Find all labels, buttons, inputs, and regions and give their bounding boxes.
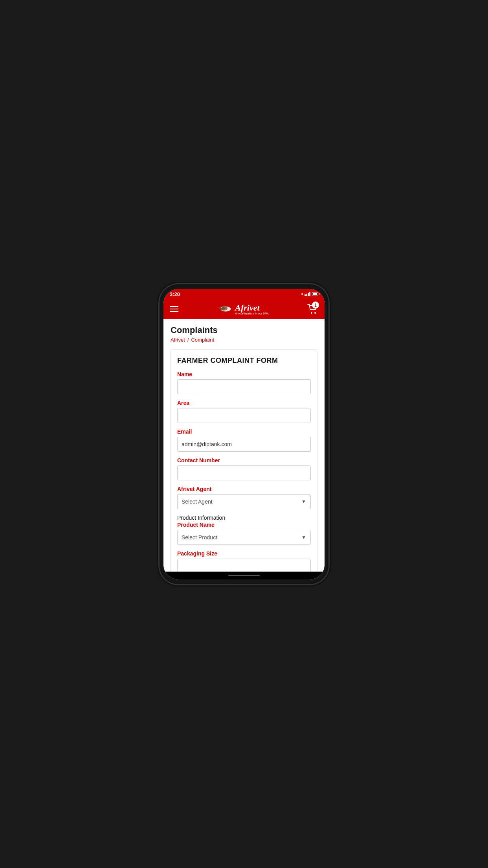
breadcrumb-current[interactable]: Complaint	[191, 337, 214, 343]
complaint-form: FARMER COMPLAINT FORM Name Area Email	[171, 349, 317, 572]
status-icons	[301, 292, 318, 296]
cart-button[interactable]: 1	[307, 304, 318, 314]
packaging-field-group: Packaging Size	[177, 550, 311, 572]
area-label: Area	[177, 400, 311, 406]
svg-point-2	[220, 307, 225, 310]
svg-point-6	[311, 312, 312, 314]
product-info-section: Product Information Product Name Select …	[177, 515, 311, 545]
area-input[interactable]	[177, 408, 311, 423]
phone-frame: 3:20	[160, 284, 328, 584]
home-indicator	[228, 575, 260, 576]
packaging-input[interactable]	[177, 559, 311, 572]
packaging-label: Packaging Size	[177, 550, 311, 557]
logo-text: Afrivet	[235, 303, 269, 312]
product-info-label: Product Information	[177, 515, 311, 521]
breadcrumb-separator: /	[187, 337, 189, 343]
breadcrumb-home[interactable]: Afrivet	[171, 337, 185, 343]
home-bar	[163, 572, 325, 579]
breadcrumb: Afrivet / Complaint	[171, 337, 317, 343]
page-content: Complaints Afrivet / Complaint FARMER CO…	[163, 319, 325, 572]
agent-select[interactable]: Select Agent	[177, 494, 311, 509]
cart-badge: 1	[312, 302, 319, 309]
product-select[interactable]: Select Product	[177, 530, 311, 545]
status-bar: 3:20	[163, 289, 325, 300]
logo: Afrivet Animal health is in our DNA	[217, 303, 269, 315]
agent-field-group: Afrivet Agent Select Agent ▼	[177, 486, 311, 509]
svg-marker-3	[218, 307, 220, 309]
signal-bars-icon	[305, 292, 310, 296]
name-input[interactable]	[177, 379, 311, 394]
logo-tagline: Animal health is in our DNA	[235, 312, 269, 315]
agent-select-wrapper: Select Agent ▼	[177, 494, 311, 509]
email-input[interactable]	[177, 437, 311, 452]
app-header: Afrivet Animal health is in our DNA 1	[163, 300, 325, 319]
product-select-wrapper: Select Product ▼	[177, 530, 311, 545]
bird-icon	[217, 304, 233, 314]
email-label: Email	[177, 428, 311, 435]
name-label: Name	[177, 371, 311, 377]
battery-icon	[312, 292, 318, 296]
contact-label: Contact Number	[177, 457, 311, 463]
area-field-group: Area	[177, 400, 311, 423]
phone-screen: 3:20	[163, 289, 325, 579]
agent-label: Afrivet Agent	[177, 486, 311, 492]
contact-input[interactable]	[177, 465, 311, 480]
product-name-label: Product Name	[177, 522, 311, 528]
email-field-group: Email	[177, 428, 311, 452]
name-field-group: Name	[177, 371, 311, 394]
svg-point-5	[222, 307, 222, 307]
svg-point-7	[314, 312, 316, 314]
status-time: 3:20	[170, 291, 180, 297]
signal-dot-icon	[301, 293, 303, 295]
hamburger-icon	[170, 306, 178, 312]
form-title: FARMER COMPLAINT FORM	[177, 357, 311, 365]
page-title: Complaints	[171, 325, 317, 335]
contact-field-group: Contact Number	[177, 457, 311, 480]
menu-button[interactable]	[170, 306, 178, 312]
